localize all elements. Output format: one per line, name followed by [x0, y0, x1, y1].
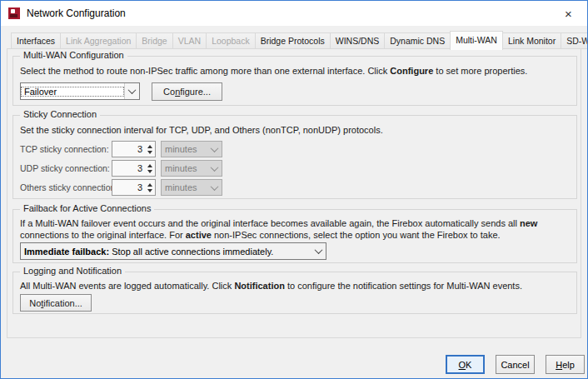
group-title: Failback for Active Connections: [20, 203, 154, 213]
button-label: Co: [163, 87, 175, 97]
text: Stop all active connections immediately.: [109, 247, 273, 257]
failback-action-value: Immediate failback: Stop all active conn…: [21, 247, 311, 257]
tcp-sticky-label: TCP sticky connection:: [20, 144, 112, 154]
text: non-IPSec connections, select the option…: [212, 230, 501, 240]
button-label: Cancel: [501, 360, 529, 370]
tab-label: Dynamic DNS: [390, 36, 445, 46]
text-bold: Notification: [234, 281, 285, 291]
tcp-sticky-row: TCP sticky connection: 3 minutes: [20, 141, 222, 157]
tab-label: Multi-WAN: [456, 35, 497, 45]
spinner-buttons: [145, 161, 155, 176]
tab-sd-wan[interactable]: SD-WAN: [561, 32, 588, 49]
button-label: H: [556, 360, 562, 370]
spinner-buttons: [145, 180, 155, 195]
sticky-connection-group: Sticky Connection Set the sticky connect…: [12, 115, 577, 199]
group-title: Multi-WAN Configuration: [20, 50, 127, 60]
text-bold: active: [186, 230, 212, 240]
button-label: elp: [562, 360, 575, 370]
text: connections to the original interface. F…: [20, 230, 186, 240]
tab-multi-wan[interactable]: Multi-WAN: [450, 31, 503, 50]
button-label: ification...: [43, 298, 82, 308]
spin-up-icon[interactable]: [147, 183, 152, 187]
close-button[interactable]: ×: [550, 1, 587, 26]
failback-description: If a Multi-WAN failover event occurs and…: [20, 217, 570, 241]
text: to set more properties.: [433, 66, 527, 76]
tcp-sticky-value: 3: [112, 144, 145, 154]
udp-unit-dropdown: minutes: [161, 160, 222, 177]
text-bold: new: [520, 218, 537, 228]
others-sticky-input[interactable]: 3: [112, 179, 156, 196]
tab-interfaces[interactable]: Interfaces: [11, 32, 61, 49]
spinner-buttons: [145, 142, 155, 157]
tab-label: SD-WAN: [566, 36, 588, 46]
multiwan-configuration-group: Multi-WAN Configuration Select the metho…: [12, 56, 577, 106]
others-sticky-row: Others sticky connection: 3 minutes: [20, 179, 222, 196]
chevron-down-icon: [124, 83, 139, 99]
spin-down-icon[interactable]: [147, 170, 152, 173]
text: Select the method to route non-IPSec tra…: [20, 66, 390, 76]
tab-label: Bridge Protocols: [261, 36, 325, 46]
network-configuration-dialog: Network Configuration × Interfaces Link …: [0, 0, 588, 379]
tab-bar: Interfaces Link Aggregation Bridge VLAN …: [11, 31, 588, 49]
button-label: O: [459, 360, 466, 370]
button-label: No: [29, 298, 41, 308]
tab-label: Loopback: [212, 36, 250, 46]
failback-action-dropdown[interactable]: Immediate failback: Stop all active conn…: [20, 242, 326, 260]
multi-wan-tab-panel: Multi-WAN Configuration Select the metho…: [7, 48, 581, 338]
window-title: Network Configuration: [27, 7, 126, 19]
configure-button[interactable]: Configure...: [152, 82, 222, 101]
tab-label: Link Monitor: [508, 36, 556, 46]
tab-loopback: Loopback: [206, 32, 256, 49]
tab-dynamic-dns[interactable]: Dynamic DNS: [384, 32, 451, 49]
tcp-sticky-input[interactable]: 3: [112, 141, 156, 157]
tab-label: Bridge: [142, 36, 167, 46]
cancel-button[interactable]: Cancel: [496, 355, 535, 374]
help-button[interactable]: Help: [546, 355, 585, 374]
tab-bridge: Bridge: [136, 32, 172, 49]
udp-sticky-label: UDP sticky connection:: [20, 163, 112, 173]
spin-up-icon[interactable]: [147, 145, 152, 148]
button-label: figure...: [180, 87, 211, 97]
multiwan-method-dropdown[interactable]: Failover: [20, 82, 140, 100]
logging-description: All Multi-WAN events are logged automati…: [20, 280, 570, 292]
unit-value: minutes: [162, 144, 207, 154]
titlebar: Network Configuration ×: [1, 1, 587, 26]
close-icon: ×: [565, 7, 572, 21]
udp-sticky-input[interactable]: 3: [112, 160, 156, 177]
tab-label: VLAN: [178, 36, 201, 46]
text-bold: Immediate failback:: [24, 247, 109, 257]
tcp-unit-dropdown: minutes: [161, 141, 222, 157]
group-title: Sticky Connection: [20, 109, 100, 119]
tab-vlan: VLAN: [172, 32, 207, 49]
sticky-description: Set the sticky connection interval for T…: [20, 124, 570, 136]
tab-wins-dns[interactable]: WINS/DNS: [330, 32, 386, 49]
spin-up-icon[interactable]: [147, 164, 152, 167]
tab-link-monitor[interactable]: Link Monitor: [502, 32, 561, 49]
ok-button[interactable]: OK: [446, 355, 485, 374]
text-bold: Configure: [390, 66, 433, 76]
others-sticky-value: 3: [112, 182, 145, 192]
tab-link-aggregation: Link Aggregation: [60, 32, 137, 49]
chevron-down-icon: [207, 161, 222, 176]
tab-label: Link Aggregation: [66, 36, 131, 46]
logging-notification-group: Logging and Notification All Multi-WAN e…: [12, 272, 577, 314]
tab-bridge-protocols[interactable]: Bridge Protocols: [255, 32, 331, 49]
multiwan-description: Select the method to route non-IPSec tra…: [20, 65, 570, 77]
app-logo-icon: [8, 7, 20, 19]
others-unit-dropdown: minutes: [161, 179, 222, 196]
unit-value: minutes: [162, 182, 207, 192]
failback-group: Failback for Active Connections If a Mul…: [12, 209, 577, 263]
method-value: Failover: [21, 87, 124, 97]
text: to configure the notification settings f…: [285, 281, 522, 291]
button-label: K: [466, 360, 471, 370]
tab-label: Interfaces: [17, 36, 55, 46]
chevron-down-icon: [207, 142, 222, 157]
chevron-down-icon: [311, 243, 326, 259]
unit-value: minutes: [162, 163, 207, 173]
spin-down-icon[interactable]: [147, 151, 152, 154]
spin-down-icon[interactable]: [147, 189, 152, 192]
udp-sticky-value: 3: [112, 163, 145, 173]
notification-button[interactable]: Notification...: [20, 294, 92, 312]
text: If a Multi-WAN failover event occurs and…: [20, 218, 520, 228]
group-title: Logging and Notification: [20, 266, 125, 276]
